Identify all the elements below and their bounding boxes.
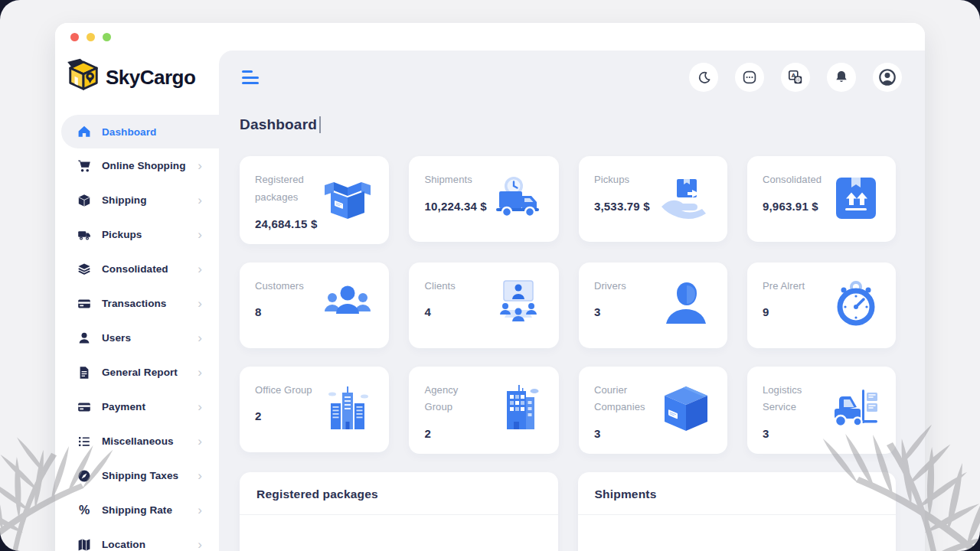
skycargo-logo-icon bbox=[66, 58, 101, 96]
stat-value: 9 bbox=[763, 305, 805, 318]
stat-value: 3 bbox=[594, 305, 626, 318]
chevron-right-icon: › bbox=[198, 538, 202, 551]
sidebar-item-label: Shipping Taxes bbox=[102, 470, 178, 481]
box-up-arrows-illustration bbox=[824, 171, 884, 225]
chevron-right-icon: › bbox=[198, 504, 202, 517]
panel-title: Registered packages bbox=[256, 487, 541, 501]
window-titlebar bbox=[55, 23, 925, 51]
page-title: Dashboard bbox=[240, 116, 317, 133]
sidebar-item-online-shopping[interactable]: Online Shopping › bbox=[55, 148, 219, 183]
chevron-right-icon: › bbox=[198, 331, 202, 344]
stat-value: 10,224.34 $ bbox=[424, 200, 486, 213]
divider bbox=[240, 514, 558, 515]
credit-card-icon bbox=[77, 297, 92, 311]
box-icon bbox=[77, 194, 92, 207]
profile-button[interactable] bbox=[873, 63, 902, 92]
chevron-right-icon: › bbox=[198, 228, 202, 241]
sidebar-item-consolidated[interactable]: Consolidated › bbox=[55, 252, 219, 286]
credit-card-icon bbox=[77, 400, 92, 414]
stat-value: 2 bbox=[255, 409, 312, 422]
stat-card-registered-packages[interactable]: Registered packages 24,684.15 $ bbox=[240, 156, 389, 244]
translate-icon: A bbox=[788, 70, 803, 85]
stat-value: 24,684.15 $ bbox=[255, 217, 317, 230]
sidebar-item-users[interactable]: Users › bbox=[55, 321, 219, 355]
notifications-button[interactable] bbox=[827, 63, 856, 92]
percent-icon: % bbox=[77, 504, 92, 517]
stat-label: Agency Group bbox=[424, 382, 486, 417]
document-icon bbox=[77, 366, 92, 380]
open-box-illustration bbox=[317, 171, 377, 225]
sidebar-item-transactions[interactable]: Transactions › bbox=[55, 286, 219, 321]
stat-label: Customers bbox=[255, 278, 304, 295]
sidebar-item-shipping[interactable]: Shipping › bbox=[55, 183, 219, 217]
people-group-illustration bbox=[317, 278, 377, 328]
stat-card-customers[interactable]: Customers 8 bbox=[240, 262, 389, 348]
brand-name: SkyCargo bbox=[106, 66, 195, 90]
sidebar-item-label: Online Shopping bbox=[102, 160, 186, 171]
app-window: SkyCargo Dashboard Online Shopping bbox=[55, 23, 925, 551]
stat-card-clients[interactable]: Clients 4 bbox=[409, 262, 558, 348]
stat-card-drivers[interactable]: Drivers 3 bbox=[579, 262, 727, 348]
sidebar-item-payment[interactable]: Payment › bbox=[55, 390, 219, 424]
sidebar-item-shipping-taxes[interactable]: Shipping Taxes › bbox=[55, 458, 219, 493]
ellipsis-icon bbox=[742, 70, 757, 85]
stat-value: 3,533.79 $ bbox=[594, 200, 650, 213]
sidebar-item-shipping-rate[interactable]: % Shipping Rate › bbox=[55, 493, 219, 527]
stat-card-office-group[interactable]: Office Group 2 bbox=[240, 367, 389, 452]
stopwatch-illustration bbox=[824, 278, 884, 328]
sidebar-item-label: Dashboard bbox=[102, 126, 156, 138]
chart-panels: Registered packages Shipments bbox=[240, 472, 896, 551]
truck-icon bbox=[77, 228, 92, 242]
stat-label: Registered packages bbox=[255, 171, 317, 207]
sidebar-item-pickups[interactable]: Pickups › bbox=[55, 217, 219, 252]
chevron-right-icon: › bbox=[198, 262, 202, 276]
sidebar-item-label: Consolidated bbox=[102, 263, 168, 275]
user-icon bbox=[77, 331, 92, 345]
hand-holding-box-illustration bbox=[655, 171, 715, 225]
menu-toggle-button[interactable] bbox=[240, 67, 260, 87]
maximize-window-button[interactable] bbox=[103, 33, 111, 41]
sidebar: SkyCargo Dashboard Online Shopping bbox=[55, 51, 219, 551]
stat-label: Logistics Service bbox=[763, 382, 824, 417]
sidebar-item-general-report[interactable]: General Report › bbox=[55, 355, 219, 390]
chevron-right-icon: › bbox=[198, 366, 202, 379]
panel-title: Shipments bbox=[595, 487, 880, 501]
close-window-button[interactable] bbox=[70, 33, 79, 41]
stat-card-shipments[interactable]: Shipments 10,224.34 $ bbox=[409, 156, 558, 242]
stat-card-courier-companies[interactable]: Courier Companies 3 bbox=[579, 367, 727, 455]
stats-grid: Registered packages 24,684.15 $ bbox=[240, 156, 896, 454]
sidebar-nav: Dashboard Online Shopping › Shipping bbox=[55, 115, 219, 551]
compass-icon bbox=[77, 469, 92, 483]
divider bbox=[578, 514, 897, 515]
stat-card-agency-group[interactable]: Agency Group 2 bbox=[409, 367, 558, 455]
sidebar-item-label: Shipping bbox=[102, 194, 147, 206]
minimize-window-button[interactable] bbox=[87, 33, 95, 41]
stat-label: Courier Companies bbox=[594, 382, 655, 417]
stat-label: Pickups bbox=[594, 171, 650, 189]
stat-card-consolidated[interactable]: Consolidated 9,963.91 $ bbox=[747, 156, 896, 242]
stat-card-pre-alrert[interactable]: Pre Alrert 9 bbox=[747, 262, 896, 348]
home-icon bbox=[77, 125, 92, 139]
stat-card-logistics-service[interactable]: Logistics Service 3 bbox=[747, 367, 896, 455]
sidebar-item-label: Location bbox=[102, 539, 145, 550]
list-icon bbox=[77, 435, 92, 448]
sidebar-item-label: Pickups bbox=[102, 229, 142, 240]
brand[interactable]: SkyCargo bbox=[55, 52, 219, 104]
driver-bust-illustration bbox=[655, 278, 715, 328]
sidebar-item-location[interactable]: Location › bbox=[55, 527, 219, 551]
stat-value: 9,963.91 $ bbox=[763, 200, 822, 213]
bell-icon bbox=[834, 70, 849, 85]
sidebar-item-dashboard[interactable]: Dashboard bbox=[61, 115, 219, 148]
video-meeting-illustration bbox=[487, 278, 547, 328]
forklift-illustration bbox=[824, 382, 884, 435]
dark-mode-toggle-button[interactable] bbox=[689, 63, 718, 92]
sidebar-item-miscellaneous[interactable]: Miscellaneous › bbox=[55, 424, 219, 458]
desktop-background: SkyCargo Dashboard Online Shopping bbox=[0, 0, 980, 551]
translate-button[interactable]: A bbox=[781, 63, 810, 92]
more-options-button[interactable] bbox=[735, 63, 764, 92]
stat-value: 3 bbox=[594, 427, 655, 440]
stat-card-pickups[interactable]: Pickups 3,533.79 $ bbox=[579, 156, 727, 242]
shipments-panel: Shipments bbox=[578, 472, 897, 551]
text-cursor bbox=[319, 116, 321, 133]
sidebar-item-label: Users bbox=[102, 332, 131, 344]
